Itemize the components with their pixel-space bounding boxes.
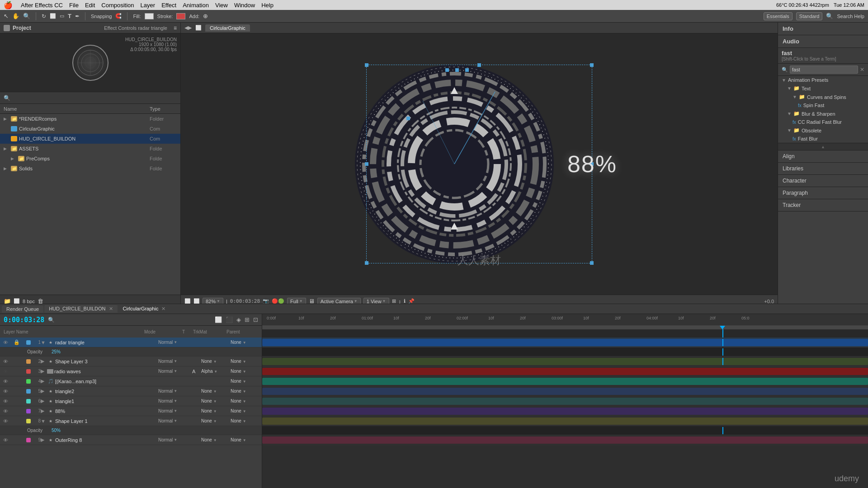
align-section[interactable]: Align [778,150,868,163]
hud-buildon-tab[interactable]: HUD_CIRCLE_BUILDON ✕ [44,305,117,313]
visibility-icon[interactable]: 👁 [2,408,9,414]
layer-trkmat[interactable]: None ▼ [201,359,231,364]
layer-parent[interactable]: None ▼ [231,379,260,384]
toolbar-tool-rect[interactable]: ▭ [60,13,64,19]
mode-dropdown[interactable]: Normal ▼ [158,369,192,374]
menu-edit[interactable]: Edit [85,2,95,9]
menu-animation[interactable]: Animation [183,2,209,9]
mode-dropdown[interactable]: Normal ▼ [158,437,192,442]
apple-menu[interactable]: 🍎 [4,1,13,9]
circular-graphic-tab[interactable]: CirlcularGraphic ✕ [118,305,170,313]
visibility-icon[interactable]: 👁 [2,389,9,394]
toolbar-tool-zoom[interactable]: 🔍 [23,13,30,19]
expand-icon[interactable]: ▼ [41,340,46,345]
layer-row[interactable]: 👁 8 ▼ ★ Shape Layer 1 Normal ▼ None [0,416,262,426]
toolbar-tool-pen[interactable]: ✒ [75,13,80,19]
layer-parent[interactable]: None ▼ [231,359,260,364]
project-item[interactable]: ▶ 📁 Solids Folde [0,164,180,174]
tree-animation-presets[interactable]: ▼ Animation Presets [778,76,868,84]
layer-parent[interactable]: None ▼ [231,340,260,345]
mode-dropdown[interactable]: Normal ▼ [158,389,192,394]
toolbar-tool-rotate[interactable]: ↻ [42,13,46,19]
audio-section[interactable]: Audio [778,35,868,48]
mode-dropdown[interactable]: Normal ▼ [158,340,192,345]
layer-mode[interactable]: Normal ▼ [158,340,192,345]
toolbar-tool-hand[interactable]: ✋ [12,13,19,19]
layer-row[interactable]: 👁 3 ▶ radio waves Normal ▼ A Alpha [0,366,262,376]
playhead-area[interactable] [262,326,868,338]
layer-parent[interactable]: None ▼ [231,408,260,413]
color-depth[interactable]: 8 bpc [23,299,35,304]
layer-row[interactable]: 👁 7 ▶ ★ 88% Normal ▼ None ▼ [0,406,262,416]
layer-mode[interactable]: Normal ▼ [158,399,192,404]
timeline-track[interactable] [262,338,868,347]
timeline-tool-5[interactable]: ⊡ [253,316,258,323]
project-item[interactable]: ▶ 📁 *RENDERcomps Folder [0,114,180,124]
paragraph-section[interactable]: Paragraph [778,187,868,199]
standard-btn[interactable]: Standard [796,12,823,20]
layer-trkmat[interactable]: None ▼ [201,437,231,442]
tree-spin-fast[interactable]: fx Spin Fast [778,101,868,109]
fill-swatch[interactable] [145,13,154,19]
layer-parent[interactable]: None ▼ [231,418,260,423]
render-queue-tab[interactable]: Render Queue [2,305,43,313]
menu-ae[interactable]: After Effects CC [21,2,63,9]
project-item-selected[interactable]: HUD_CIRCLE_BUILDON Com [0,134,180,144]
tree-fast-blur[interactable]: fx Fast Blur [778,135,868,143]
expand-icon[interactable]: ▶ [41,408,46,414]
menu-help[interactable]: Help [261,2,274,9]
project-item[interactable]: ▶ 📁 PreComps Folde [0,154,180,164]
search-icon[interactable]: 🔍 [48,317,55,323]
toolbar-tool-select[interactable]: ↖ [4,13,9,19]
layer-parent[interactable]: None ▼ [231,369,260,374]
project-item[interactable]: CirlcularGraphic Com [0,124,180,134]
menu-view[interactable]: View [215,2,228,9]
lock-icon[interactable]: 🔒 [14,339,20,345]
layer-trkmat[interactable]: None ▼ [201,389,231,394]
timeline-track[interactable] [262,416,868,426]
expand-icon[interactable]: ▶ [41,398,46,404]
layer-row[interactable]: 👁 9 ▶ ★ OuterRing 8 Normal ▼ None [0,435,262,445]
snapping-toggle[interactable]: 🧲 [115,13,122,19]
essentials-btn[interactable]: Essentials [764,12,793,20]
timeline-track[interactable] [262,366,868,376]
timeline-tool-3[interactable]: ◈ [236,316,241,323]
timeline-track[interactable] [262,376,868,386]
tree-curves-folder[interactable]: ▼ 📁 Curves and Spins [778,93,868,101]
visibility-icon[interactable]: 👁 [2,379,9,384]
current-time[interactable]: 0:00:03:28 [4,316,44,324]
visibility-icon[interactable]: 👁 [2,369,9,374]
menu-composition[interactable]: Composition [101,2,134,9]
menu-file[interactable]: File [69,2,79,9]
search-help-icon[interactable]: 🔍 [826,13,833,19]
info-section[interactable]: Info [778,23,868,35]
timeline-tool-1[interactable]: ⬜ [215,316,222,323]
visibility-icon[interactable]: 👁 [2,437,9,443]
opacity-value[interactable]: 25% [52,349,61,354]
project-search-input[interactable] [12,95,177,101]
libraries-section[interactable]: Libraries [778,163,868,175]
timeline-track[interactable] [262,435,868,445]
visibility-icon[interactable]: 👁 [2,340,9,345]
tab-close-icon[interactable]: ✕ [109,306,113,311]
visibility-icon[interactable]: 👁 [2,399,9,404]
layer-trkmat[interactable]: None ▼ [201,399,231,404]
expand-icon[interactable]: ▶ [41,368,46,374]
layer-mode[interactable]: Normal ▼ [158,359,192,364]
expand-icon[interactable]: ▶ [41,378,46,384]
viewer-resize-icon[interactable]: ↕ [399,299,401,304]
layer-mode[interactable]: Normal ▼ [158,389,192,394]
timeline-track[interactable] [262,357,868,366]
tree-blur-folder[interactable]: ▼ 📁 Blur & Sharpen [778,109,868,118]
stroke-swatch[interactable] [176,13,185,19]
visibility-icon[interactable]: 👁 [2,418,9,424]
layer-mode[interactable]: Normal ▼ [158,437,192,442]
layer-row[interactable]: 👁 6 ▶ ★ triangle1 Normal ▼ None [0,396,262,406]
layer-mode[interactable]: Normal ▼ [158,369,192,374]
tracker-section[interactable]: Tracker [778,199,868,211]
tab-close-icon[interactable]: ✕ [161,306,165,311]
menu-effect[interactable]: Effect [161,2,176,9]
layer-trkmat[interactable]: None ▼ [201,408,231,413]
mode-dropdown[interactable]: Normal ▼ [158,399,192,404]
toolbar-tool-text[interactable]: T [68,13,71,19]
